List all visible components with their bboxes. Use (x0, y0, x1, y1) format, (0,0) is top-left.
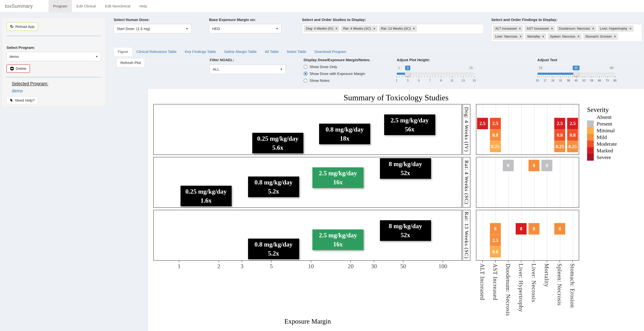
remove-tag-icon[interactable]: × (373, 27, 375, 30)
remove-tag-icon[interactable]: × (630, 27, 632, 30)
finding-tag[interactable]: ALT Increased× (493, 26, 523, 32)
remove-tag-icon[interactable]: × (520, 35, 522, 38)
base-margin-value: HED (212, 27, 220, 31)
studies-multiselect[interactable]: Dog: 4 Weeks (IV)×Rat: 4 Weeks (SC)×Rat:… (302, 24, 484, 34)
study-tag[interactable]: Dog: 4 Weeks (IV)× (304, 26, 339, 32)
remove-tag-icon[interactable]: × (413, 27, 415, 30)
app-brand: toxSummary (0, 0, 38, 12)
remove-tag-icon[interactable]: × (551, 27, 553, 30)
slider-value-badge[interactable]: 45 (573, 66, 580, 70)
selected-program-link[interactable]: demo (12, 88, 101, 94)
legend-swatch (587, 120, 594, 127)
radio-circle[interactable] (304, 65, 308, 69)
radio-option[interactable]: Show Dose Only (304, 65, 395, 69)
slider-tick-label: 80 (613, 79, 616, 82)
tab-all-table[interactable]: All Table (261, 47, 283, 56)
finding-tag[interactable]: Stomach: Erosion× (583, 33, 618, 40)
slider-minor-tick (570, 76, 571, 77)
reload-app-button[interactable]: ↻ Reload App (6, 22, 38, 31)
filter-noael-select[interactable]: ALL ▼ (210, 64, 286, 74)
minus-circle-icon (10, 67, 14, 70)
finding-tag[interactable]: Mortality× (525, 33, 546, 40)
heatmap-gridline (573, 157, 573, 208)
tab-notes-table[interactable]: Notes Table (283, 47, 310, 56)
nav-item-help[interactable]: Help (135, 0, 152, 12)
study-tag[interactable]: Rat: 13 Weeks (SC)× (379, 26, 417, 32)
finding-tag[interactable]: Duodenum: Necrosis× (556, 26, 596, 32)
slider-tick-label: 10 (536, 79, 539, 82)
heatmap-column-tick (572, 261, 573, 262)
slider-tick-label: 7 (429, 79, 431, 82)
heatmap-column-tick (560, 261, 560, 262)
program-select[interactable]: demo ▼ (6, 52, 101, 61)
x-axis-tick (242, 261, 242, 262)
base-margin-select[interactable]: HED ▼ (209, 24, 281, 33)
remove-tag-icon[interactable]: × (614, 35, 616, 38)
dose-box: 8 mg/kg/day52x (380, 220, 431, 241)
slider-minor-tick (601, 76, 602, 77)
x-axis-tick-label: 1 (178, 263, 181, 270)
tab-key-findings-table[interactable]: Key Findings Table (181, 47, 220, 56)
slider-tick-label: 31 (559, 79, 562, 82)
remove-tag-icon[interactable]: × (336, 27, 338, 30)
severity-cell: 8 (528, 160, 540, 171)
finding-tag[interactable]: Liver: Necrosis× (493, 33, 524, 40)
nav-item-edit-clinical[interactable]: Edit Clinical (72, 0, 100, 12)
select-program-label: Select Program: (6, 46, 101, 50)
study-tag[interactable]: Rat: 4 Weeks (SC)× (341, 26, 377, 32)
slider-minor-tick (594, 76, 594, 77)
human-dose-select[interactable]: Start Dose: (1.5 mg) ▼ (114, 24, 191, 33)
remove-tag-icon[interactable]: × (592, 27, 594, 30)
need-help-button[interactable]: Need Help? (6, 96, 38, 104)
x-axis-tick (403, 261, 403, 262)
finding-tag[interactable]: Liver: Hypertrophy× (598, 26, 634, 32)
findings-multiselect[interactable]: ALT Increased×AST Increased×Duodenum: Ne… (491, 24, 642, 42)
remove-tag-icon[interactable]: × (542, 35, 544, 38)
finding-tag[interactable]: Spleen: Necrosis× (548, 33, 582, 40)
severity-cell: 2.5 (490, 234, 501, 246)
slider-minor-tick (422, 76, 422, 77)
remove-tag-icon[interactable]: × (519, 27, 521, 30)
nav-item-program[interactable]: Program (48, 0, 72, 12)
tab-clinical-relevance-table[interactable]: Clinical Relevance Table (132, 47, 181, 56)
dose-box: 2.5 mg/kg/day16x (312, 167, 364, 188)
dose-box-dose: 0.8 mg/kg/day (254, 179, 293, 186)
tab-safety-margin-table[interactable]: Safety Margin Table (220, 47, 261, 56)
legend-swatch (587, 114, 594, 120)
text-size-label: Adjust Text (537, 58, 615, 62)
slider-value-badge[interactable]: 3 (405, 66, 410, 70)
nav-item-edit-nonclinical[interactable]: Edit Nonclinical (100, 0, 135, 12)
radio-circle[interactable] (304, 79, 308, 82)
severity-cell: 2.5 (554, 118, 565, 129)
slider-minor-tick (444, 76, 444, 77)
refresh-plot-button[interactable]: Refresh Plot (116, 58, 145, 67)
x-axis-tick-label: 20 (348, 263, 354, 270)
sidebar-divider (6, 77, 101, 77)
tab-figure[interactable]: Figure (114, 47, 132, 56)
finding-tag[interactable]: AST Increased× (524, 26, 555, 32)
text-size-slider[interactable]: 1080451017243138455259667380 (537, 64, 615, 85)
radio-option[interactable]: Show Notes (304, 78, 395, 83)
findings-label: Select and Order Findings to Display: (491, 18, 642, 22)
dose-box: 0.8 mg/kg/day5.2x (248, 238, 299, 259)
plot-height-slider[interactable]: 115313579111315 (397, 64, 474, 85)
remove-tag-icon[interactable]: × (578, 35, 580, 38)
delete-program-button[interactable]: Delete (6, 64, 30, 73)
text-size-control: Adjust Text 1080451017243138455259667380 (537, 58, 615, 85)
slider-tick (419, 76, 419, 78)
slider-minor-tick (578, 76, 578, 77)
slider-minor-tick (566, 76, 567, 77)
finding-column-label: Spleen: Necrosis (556, 264, 563, 325)
finding-tag-label: Mortality (527, 34, 540, 38)
tab-download-program[interactable]: Download Program (310, 47, 350, 56)
chevron-down-icon: ▼ (186, 27, 188, 30)
radio-option[interactable]: Show Dose with Exposure Margin (304, 72, 395, 76)
slider-minor-tick (424, 76, 425, 77)
dose-box: 8 mg/kg/day52x (380, 158, 431, 179)
human-dose-label: Select Human Dose: (114, 18, 191, 22)
nav-menu: ProgramEdit ClinicalEdit NonclinicalHelp (48, 0, 152, 12)
slider-tick (474, 76, 474, 78)
radio-circle[interactable] (304, 72, 308, 76)
plot-height-label: Adjust Plot Height: (397, 58, 474, 62)
slider-tick (537, 76, 538, 78)
